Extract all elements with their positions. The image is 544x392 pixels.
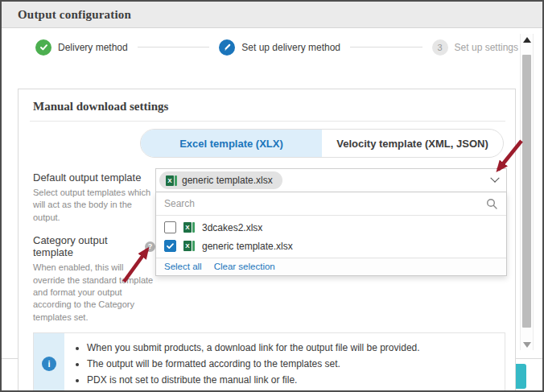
manual-download-settings-card: Manual download settings Excel template … [18, 89, 516, 392]
step-connector [350, 47, 422, 47]
step-label: Set up settings [455, 42, 518, 53]
step-connector [138, 47, 210, 47]
option-label: generic template.xlsx [202, 241, 293, 252]
section-heading: Manual download settings [28, 100, 507, 113]
output-configuration-dialog: Output configuration Delivery method Set… [0, 0, 544, 392]
dialog-body: Delivery method Set up delivery method 3… [2, 28, 542, 358]
labels-column: Default output template Select output te… [28, 168, 155, 324]
template-multiselect[interactable]: X generic template.xlsx [155, 168, 507, 192]
step-setup-settings[interactable]: 3 Set up settings [432, 39, 518, 56]
tab-velocity-template[interactable]: Velocity template (XML, JSON) [322, 130, 503, 157]
vertical-scrollbar[interactable] [520, 34, 534, 350]
triangle-up-icon [523, 37, 531, 43]
category-output-template-label: Category output template [33, 234, 140, 258]
pencil-icon [219, 39, 235, 56]
step-number: 3 [432, 39, 448, 56]
option-label: 3dcakes2.xlsx [202, 222, 262, 233]
info-icon: i [42, 357, 56, 371]
triangle-down-icon [523, 342, 531, 348]
selected-template-chip-label: generic template.xlsx [182, 175, 273, 186]
info-bullet-list: When you submit products, a download lin… [64, 333, 428, 392]
excel-file-icon: X [166, 175, 177, 186]
template-option-list: X 3dcakes2.xlsx X generic template.xlsx [156, 216, 506, 258]
category-output-template-block: Category output template ? When enabled,… [33, 234, 155, 324]
help-icon[interactable]: ? [145, 241, 155, 252]
dropdown-search-row [156, 192, 506, 216]
step-label: Delivery method [58, 42, 128, 53]
search-icon [486, 198, 498, 210]
info-bullet: PDX is not set to distribute the manual … [87, 372, 420, 388]
check-icon [35, 39, 52, 56]
info-box: i When you submit products, a download l… [33, 332, 505, 392]
dialog-header: Output configuration [2, 2, 542, 28]
step-delivery-method[interactable]: Delivery method [35, 39, 128, 56]
chevron-down-icon[interactable] [490, 174, 499, 183]
clear-selection-link[interactable]: Clear selection [214, 262, 275, 271]
info-bullet: The output will be formatted according t… [87, 356, 420, 372]
option-generic-template[interactable]: X generic template.xlsx [156, 237, 506, 255]
control-column: X generic template.xlsx [155, 168, 507, 276]
excel-file-icon: X [183, 222, 195, 233]
step-setup-delivery-method[interactable]: Set up delivery method [219, 39, 340, 56]
scroll-up-button[interactable] [521, 34, 533, 45]
checkbox-unchecked[interactable] [164, 221, 176, 233]
default-output-template-help: Select output templates which will act a… [33, 187, 155, 224]
info-strip: i [34, 333, 64, 392]
template-tabs: Excel template (XLX) Velocity template (… [140, 129, 504, 158]
category-output-template-help: When enabled, this will override the sta… [33, 262, 155, 324]
tab-excel-template[interactable]: Excel template (XLX) [141, 130, 322, 157]
template-form-row: Default output template Select output te… [28, 168, 507, 324]
search-input[interactable] [164, 198, 486, 209]
step-label: Set up delivery method [241, 42, 340, 53]
default-output-template-block: Default output template Select output te… [33, 171, 155, 224]
wizard-stepper: Delivery method Set up delivery method 3… [2, 28, 542, 56]
page-title: Output configuration [18, 8, 131, 22]
default-output-template-label: Default output template [33, 171, 141, 184]
template-dropdown-panel: X 3dcakes2.xlsx X generic template.xlsx [155, 192, 507, 276]
selected-template-chip[interactable]: X generic template.xlsx [159, 171, 282, 189]
dropdown-footer: Select all Clear selection [156, 258, 506, 275]
checkbox-checked[interactable] [164, 240, 176, 252]
scrollbar-thumb[interactable] [522, 55, 531, 328]
divider [30, 121, 505, 122]
option-3dcakes2[interactable]: X 3dcakes2.xlsx [156, 218, 506, 237]
select-all-link[interactable]: Select all [164, 262, 202, 271]
scroll-down-button[interactable] [521, 339, 533, 350]
excel-file-icon: X [183, 241, 195, 251]
info-bullet: When you submit products, a download lin… [87, 340, 420, 356]
